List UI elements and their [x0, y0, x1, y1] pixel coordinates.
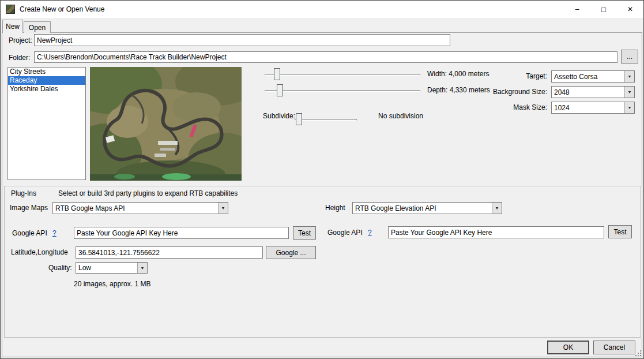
venue-preview-image — [90, 67, 242, 181]
google-api-label: Google API — [12, 229, 47, 237]
folder-input[interactable] — [34, 51, 617, 63]
subdivide-label: Subdivide: — [263, 112, 295, 120]
subdivide-slider-track[interactable] — [295, 119, 357, 121]
maps-api-help-link[interactable]: ? — [52, 229, 57, 237]
image-maps-select[interactable]: RTB Google Maps API ▼ — [52, 202, 228, 214]
chevron-down-icon[interactable]: ▼ — [624, 71, 634, 82]
subdivide-slider-thumb[interactable] — [296, 113, 302, 125]
list-item-selected[interactable]: Raceday — [8, 76, 85, 85]
elevation-api-key-input[interactable] — [388, 226, 604, 238]
list-item[interactable]: City Streets — [8, 68, 85, 76]
mask-size-select-value: 1024 — [552, 102, 624, 113]
quality-select-value: Low — [76, 263, 137, 273]
elevation-api-help-link[interactable]: ? — [368, 229, 372, 237]
maps-api-key-input[interactable] — [74, 227, 289, 239]
chevron-down-icon[interactable]: ▼ — [137, 263, 147, 273]
quality-select[interactable]: Low ▼ — [76, 262, 148, 274]
project-input[interactable] — [34, 34, 450, 46]
target-label: Target: — [496, 72, 547, 80]
cancel-button[interactable]: Cancel — [593, 341, 635, 354]
elevation-test-button[interactable]: Test — [608, 225, 632, 238]
mask-size-select[interactable]: 1024 ▼ — [551, 102, 635, 114]
target-select[interactable]: Assetto Corsa ▼ — [551, 70, 635, 83]
plugins-description: Select or build 3rd party plugins to exp… — [58, 189, 238, 197]
chevron-down-icon[interactable]: ▼ — [624, 102, 634, 113]
background-size-select[interactable]: 2048 ▼ — [551, 86, 635, 98]
images-info-label: 20 images, approx. 1 MB — [74, 280, 150, 288]
google-api-label: Google API — [327, 229, 363, 237]
depth-slider-thumb[interactable] — [277, 84, 283, 96]
folder-label: Folder: — [9, 54, 30, 62]
quality-label: Quality: — [48, 264, 72, 272]
height-select-value: RTB Google Elevation API — [353, 203, 492, 214]
mask-size-label: Mask Size: — [479, 103, 547, 111]
app-icon — [6, 5, 15, 14]
tab-open[interactable]: Open — [24, 21, 51, 33]
close-icon[interactable]: ✕ — [617, 1, 643, 18]
width-slider-track[interactable] — [265, 74, 420, 76]
title-bar: Create New or Open Venue – □ ✕ — [1, 1, 643, 18]
project-label: Project: — [9, 36, 32, 44]
satellite-map-image — [90, 67, 242, 181]
maps-test-button[interactable]: Test — [293, 226, 316, 240]
background-size-select-value: 2048 — [552, 87, 624, 98]
minimize-icon[interactable]: – — [564, 1, 590, 18]
subdivide-value-label: No subdivision — [378, 112, 423, 120]
latlong-input[interactable] — [76, 246, 263, 259]
chevron-down-icon[interactable]: ▼ — [492, 203, 502, 214]
window-controls: – □ ✕ — [564, 1, 643, 18]
background-size-label: Background Size: — [479, 88, 547, 96]
list-item[interactable]: Yorkshire Dales — [8, 85, 85, 94]
google-lookup-button[interactable]: Google ... — [266, 246, 316, 259]
chevron-down-icon[interactable]: ▼ — [218, 203, 228, 214]
browse-button[interactable]: ... — [621, 50, 638, 63]
maximize-icon[interactable]: □ — [590, 1, 617, 18]
depth-slider-track[interactable] — [265, 90, 420, 92]
window-title: Create New or Open Venue — [20, 5, 104, 13]
chevron-down-icon[interactable]: ▼ — [624, 87, 634, 98]
plugins-group-label: Plug-Ins — [11, 189, 36, 197]
height-select[interactable]: RTB Google Elevation API ▼ — [352, 202, 502, 214]
ok-button[interactable]: OK — [547, 341, 589, 354]
image-maps-label: Image Maps — [10, 204, 48, 212]
tab-new[interactable]: New — [2, 20, 23, 33]
venue-listbox[interactable]: City Streets Raceday Yorkshire Dales — [7, 67, 86, 180]
resize-grip-icon[interactable] — [634, 349, 641, 356]
width-slider-thumb[interactable] — [274, 68, 280, 80]
create-venue-dialog: Create New or Open Venue – □ ✕ New Open … — [0, 0, 644, 359]
height-label: Height — [325, 204, 345, 212]
width-value-label: Width: 4,000 meters — [427, 70, 489, 78]
target-select-value: Assetto Corsa — [552, 71, 624, 82]
latlong-label: Latitude,Longitude — [11, 248, 68, 256]
image-maps-select-value: RTB Google Maps API — [53, 203, 218, 214]
